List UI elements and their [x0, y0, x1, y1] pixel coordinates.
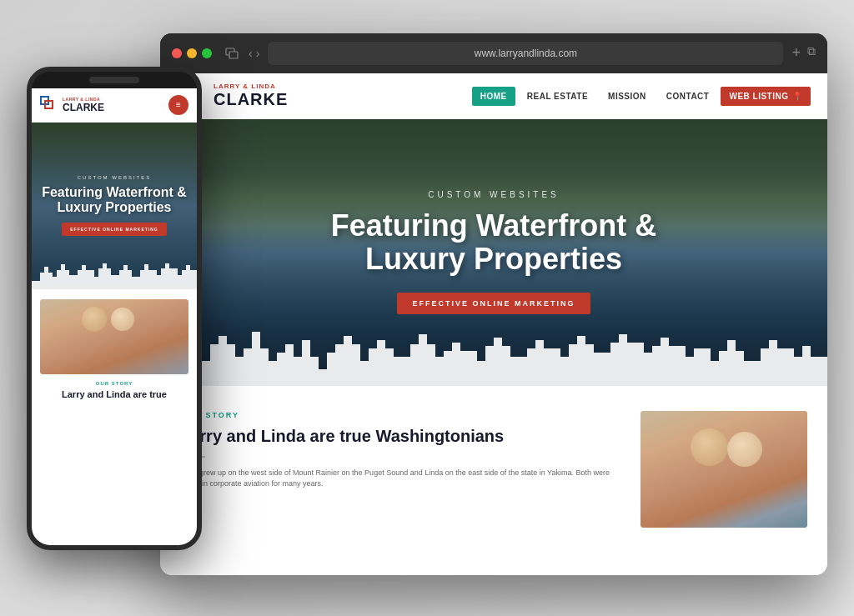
story-text: OUR STORY Larry and Linda are true Washi…	[180, 411, 624, 550]
hero-title: Featuring Waterfront & Luxury Properties	[285, 209, 702, 275]
add-tab-button[interactable]: +	[791, 44, 801, 62]
scene: ‹ › www.larryandlinda.com + ⧉	[27, 17, 827, 600]
mobile-browser: LARRY & LINDA CLARKE ≡ CUSTOM WEBSITES F…	[27, 67, 202, 550]
browser-chrome: ‹ › www.larryandlinda.com + ⧉	[160, 33, 827, 73]
story-body: Larry grew up on the west side of Mount …	[180, 468, 624, 490]
mobile-story-heading: Larry and Linda are true	[40, 389, 188, 399]
browser-actions: + ⧉	[791, 44, 816, 62]
nav-contact[interactable]: CONTACT	[658, 87, 718, 106]
desktop-browser: ‹ › www.larryandlinda.com + ⧉	[160, 33, 827, 575]
mobile-nav: LARRY & LINDA CLARKE ≡	[32, 88, 197, 123]
mobile-notch	[32, 72, 197, 88]
mobile-hero-subtitle: CUSTOM WEBSITES	[78, 175, 152, 180]
hero-section: CUSTOM WEBSITES Featuring Waterfront & L…	[160, 119, 827, 386]
location-icon: 📍	[792, 92, 803, 101]
site-nav-links: HOME REAL ESTATE MISSION CONTACT WEB LIS…	[472, 87, 811, 106]
nav-web-listing-button[interactable]: WEB LISTING 📍	[721, 87, 811, 106]
mobile-hero-title: Featuring Waterfront & Luxury Properties	[40, 185, 188, 214]
mobile-couple-image	[40, 299, 188, 374]
mobile-logo-large: CLARKE	[63, 102, 104, 113]
mobile-logo-text: LARRY & LINDA CLARKE	[63, 97, 104, 113]
window-icon	[224, 45, 240, 62]
traffic-lights	[172, 48, 212, 58]
mobile-story: OUR STORY Larry and Linda are true	[32, 289, 197, 409]
mobile-story-tag: OUR STORY	[40, 381, 188, 386]
mobile-content: LARRY & LINDA CLARKE ≡ CUSTOM WEBSITES F…	[32, 88, 197, 545]
svg-rect-1	[229, 52, 238, 58]
traffic-light-yellow[interactable]	[187, 48, 197, 58]
logo-large-text: CLARKE	[214, 90, 288, 108]
copy-button[interactable]: ⧉	[807, 44, 816, 62]
mobile-logo-small: LARRY & LINDA	[63, 97, 104, 102]
mobile-menu-button[interactable]: ≡	[168, 95, 188, 115]
logo-text: LARRY & LINDA CLARKE	[214, 83, 288, 109]
mobile-hero: CUSTOM WEBSITES Featuring Waterfront & L…	[32, 123, 197, 289]
nav-mission[interactable]: MISSION	[600, 87, 655, 106]
story-tag: OUR STORY	[180, 411, 624, 419]
story-heading: Larry and Linda are true Washingtonians	[180, 426, 624, 446]
address-bar[interactable]: www.larryandlinda.com	[268, 42, 783, 65]
hero-content: CUSTOM WEBSITES Featuring Waterfront & L…	[160, 119, 827, 386]
hero-subtitle: CUSTOM WEBSITES	[428, 190, 560, 199]
mobile-logo: LARRY & LINDA CLARKE	[40, 96, 104, 114]
nav-real-estate[interactable]: REAL ESTATE	[519, 87, 596, 106]
mobile-hero-cta[interactable]: EFFECTIVE ONLINE MARKETING	[62, 223, 166, 236]
web-listing-label: WEB LISTING	[729, 92, 788, 101]
browser-content: LARRY & LINDA CLARKE HOME REAL ESTATE MI…	[160, 73, 827, 575]
mobile-hero-content: CUSTOM WEBSITES Featuring Waterfront & L…	[32, 123, 197, 289]
url-text: www.larryandlinda.com	[475, 48, 577, 59]
nav-home[interactable]: HOME	[472, 87, 515, 106]
logo-small-text: LARRY & LINDA	[214, 83, 288, 91]
below-fold-section: OUR STORY Larry and Linda are true Washi…	[160, 386, 827, 575]
notch-bar	[89, 77, 139, 83]
forward-button[interactable]: ›	[256, 47, 260, 60]
site-nav: LARRY & LINDA CLARKE HOME REAL ESTATE MI…	[160, 73, 827, 119]
back-button[interactable]: ‹	[249, 47, 253, 60]
traffic-light-green[interactable]	[202, 48, 212, 58]
story-image	[640, 411, 807, 528]
nav-buttons: ‹ ›	[249, 47, 259, 60]
hero-cta-button[interactable]: EFFECTIVE ONLINE MARKETING	[397, 293, 590, 314]
mobile-logo-icon	[40, 96, 58, 114]
traffic-light-red[interactable]	[172, 48, 182, 58]
